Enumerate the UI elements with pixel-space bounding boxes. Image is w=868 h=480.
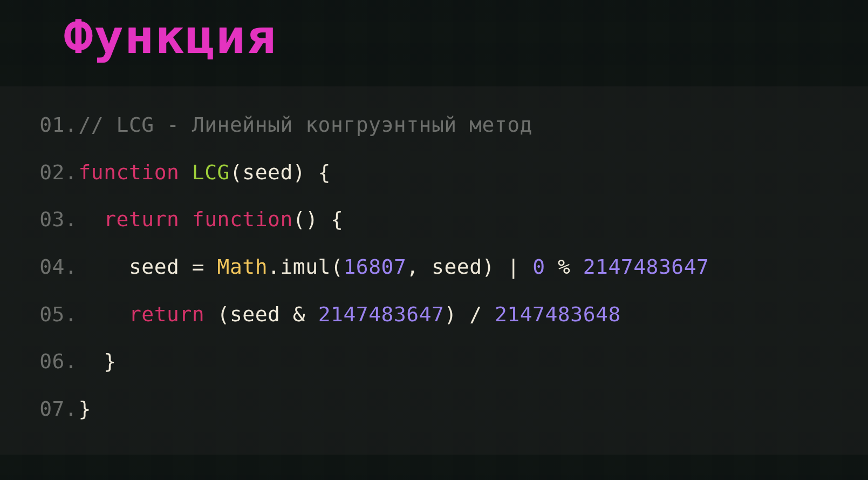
- code-token: .: [268, 255, 280, 279]
- code-token: [204, 302, 217, 326]
- code-token: [457, 302, 469, 326]
- code-token: return: [104, 207, 179, 231]
- line-number-sep: .: [65, 350, 78, 374]
- code-line: 03. return function() {: [0, 196, 868, 244]
- code-token: [570, 255, 583, 279]
- line-number: 03: [22, 208, 65, 232]
- code-token: LCG: [192, 160, 230, 184]
- code-token: |: [507, 255, 520, 279]
- code-token: %: [558, 255, 570, 279]
- code-line: 05. return (seed & 2147483647) / 2147483…: [0, 291, 868, 339]
- line-number: 06: [22, 350, 65, 374]
- code-token: (: [217, 302, 230, 326]
- code-line: 07.}: [0, 386, 868, 433]
- line-number-sep: .: [65, 113, 78, 137]
- code-token: ,: [406, 255, 419, 279]
- code-token: [78, 302, 129, 326]
- code-content: function LCG(seed) {: [78, 161, 331, 185]
- code-token: }: [78, 397, 91, 421]
- code-token: 2147483647: [318, 302, 445, 326]
- line-number-sep: .: [65, 397, 78, 421]
- code-content: // LCG - Линейный конгруэнтный метод: [78, 113, 532, 137]
- line-number: 02: [22, 161, 65, 185]
- code-line: 01.// LCG - Линейный конгруэнтный метод: [0, 102, 868, 149]
- code-token: [482, 302, 495, 326]
- code-token: &: [293, 302, 305, 326]
- code-token: [179, 160, 192, 184]
- slide-title: Функция: [64, 10, 277, 64]
- code-token: ) {: [293, 160, 331, 184]
- code-content: return (seed & 2147483647) / 2147483648: [78, 303, 620, 327]
- code-block: 01.// LCG - Линейный конгруэнтный метод0…: [0, 86, 868, 455]
- code-token: seed: [230, 302, 293, 326]
- code-token: // LCG - Линейный конгруэнтный метод: [78, 113, 532, 137]
- slide: Функция 01.// LCG - Линейный конгруэнтны…: [0, 0, 868, 480]
- code-token: Math: [217, 255, 268, 279]
- code-token: [204, 255, 217, 279]
- code-token: [495, 255, 507, 279]
- code-token: (: [331, 255, 343, 279]
- line-number-sep: .: [65, 208, 78, 232]
- code-content: }: [78, 397, 91, 421]
- code-token: [179, 207, 192, 231]
- line-number: 01: [22, 113, 65, 137]
- code-line: 04. seed = Math.imul(16807, seed) | 0 % …: [0, 244, 868, 291]
- code-token: 2147483648: [495, 302, 621, 326]
- line-number: 04: [22, 255, 65, 279]
- code-token: 2147483647: [583, 255, 709, 279]
- line-number-sep: .: [65, 303, 78, 327]
- code-token: () {: [293, 207, 344, 231]
- code-token: function: [78, 160, 179, 184]
- code-content: return function() {: [78, 208, 343, 232]
- code-token: [305, 302, 318, 326]
- code-token: 0: [532, 255, 545, 279]
- code-line: 02.function LCG(seed) {: [0, 149, 868, 197]
- code-token: seed: [242, 160, 293, 184]
- code-content: seed = Math.imul(16807, seed) | 0 % 2147…: [78, 255, 709, 279]
- code-line: 06. }: [0, 338, 868, 386]
- code-token: seed: [78, 255, 192, 279]
- line-number: 07: [22, 397, 65, 421]
- code-token: =: [192, 255, 204, 279]
- line-number-sep: .: [65, 161, 78, 185]
- code-content: }: [78, 350, 116, 374]
- line-number: 05: [22, 303, 65, 327]
- code-token: }: [78, 349, 116, 373]
- code-token: [78, 207, 104, 231]
- code-token: (: [230, 160, 242, 184]
- code-token: function: [192, 207, 293, 231]
- code-token: imul: [280, 255, 331, 279]
- code-token: [545, 255, 558, 279]
- code-token: 16807: [343, 255, 406, 279]
- code-token: ): [482, 255, 495, 279]
- code-token: [520, 255, 532, 279]
- line-number-sep: .: [65, 255, 78, 279]
- code-token: ): [444, 302, 456, 326]
- code-token: return: [129, 302, 204, 326]
- code-token: seed: [419, 255, 482, 279]
- code-token: /: [469, 302, 482, 326]
